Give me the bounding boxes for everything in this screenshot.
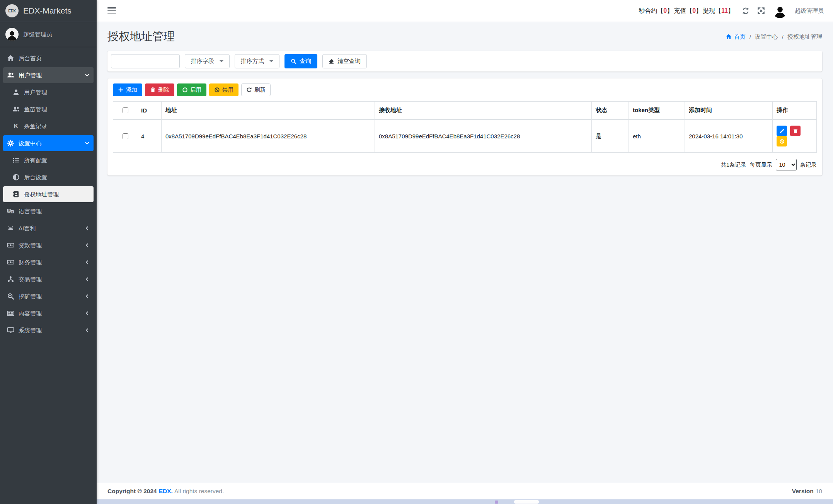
money-bill-icon — [7, 259, 14, 266]
taskbar-dot — [495, 501, 498, 504]
top-username[interactable]: 超级管理员 — [795, 7, 824, 15]
breadcrumb-separator: / — [750, 34, 751, 40]
sidebar-subitem-kill-records[interactable]: K 杀鱼记录 — [3, 118, 94, 134]
sidebar-item-content-management[interactable]: 内容管理 — [3, 305, 94, 321]
pagination-per-page-suffix: 条记录 — [800, 161, 817, 169]
sidebar-item-label: 交易管理 — [19, 275, 42, 283]
sidebar-item-label: 鱼苗管理 — [24, 105, 47, 113]
query-button[interactable]: 查询 — [284, 54, 317, 68]
sidebar-item-label: AI套利 — [19, 224, 36, 232]
user-avatar-icon[interactable] — [773, 4, 787, 18]
home-icon — [726, 34, 732, 40]
sort-field-dropdown[interactable]: 排序字段 — [185, 54, 230, 68]
per-page-select[interactable]: 10 — [776, 159, 797, 170]
sort-order-dropdown[interactable]: 排序方式 — [235, 54, 279, 68]
search-minus-icon — [7, 293, 14, 300]
counter-deposit: 充值【0】 — [674, 7, 702, 15]
sidebar-item-user-management[interactable]: 用户管理 — [3, 67, 94, 83]
users-icon — [12, 106, 20, 113]
fullscreen-icon[interactable] — [757, 7, 765, 15]
money-bill-icon — [7, 242, 14, 249]
row-edit-button[interactable] — [777, 126, 787, 136]
pagination: 共1条记录 每页显示 10 条记录 — [113, 159, 817, 170]
refresh-button[interactable]: 刷新 — [241, 83, 271, 96]
footer-brand-link[interactable]: EDX. — [159, 488, 173, 494]
sidebar-item-label: 后台设置 — [24, 173, 47, 181]
row-delete-button[interactable] — [790, 126, 801, 136]
sidebar-item-label: 所有配置 — [24, 156, 47, 164]
user-avatar-icon — [5, 28, 19, 41]
list-icon — [12, 157, 20, 164]
sidebar-item-label: 贷款管理 — [19, 241, 42, 249]
sidebar-item-ai-arbitrage[interactable]: AI套利 — [3, 220, 94, 236]
data-table: ID 地址 接收地址 状态 token类型 添加时间 操作 4 — [113, 101, 817, 153]
sidebar-item-label: 设置中心 — [19, 139, 42, 147]
sitemap-icon — [7, 276, 14, 283]
pagination-total: 共1条记录 — [721, 161, 746, 169]
cogs-icon — [7, 140, 14, 147]
sidebar-subitem-users[interactable]: 用户管理 — [3, 84, 94, 100]
home-icon — [7, 54, 14, 62]
col-header-added-time: 添加时间 — [685, 102, 773, 120]
sidebar-subitem-all-configs[interactable]: 所有配置 — [3, 152, 94, 168]
sidebar-item-loan-management[interactable]: 贷款管理 — [3, 237, 94, 253]
sidebar-subitem-fry-management[interactable]: 鱼苗管理 — [3, 101, 94, 117]
cell-token-type: eth — [629, 119, 685, 153]
svg-text:K: K — [14, 123, 19, 129]
footer-version-value: 10 — [816, 488, 822, 494]
sidebar-toggle-icon[interactable] — [107, 7, 116, 14]
eraser-icon — [329, 58, 334, 64]
redo-icon — [246, 87, 252, 93]
search-input[interactable] — [111, 54, 180, 68]
user-panel[interactable]: 超级管理员 — [0, 22, 97, 47]
breadcrumb-home-link[interactable]: 首页 — [726, 33, 746, 41]
refresh-icon[interactable] — [742, 7, 750, 15]
footer: Copyright © 2024EDX.All rights reserved.… — [97, 483, 833, 499]
sidebar-item-language-management[interactable]: A文 语言管理 — [3, 203, 94, 219]
sidebar-item-trade-management[interactable]: 交易管理 — [3, 271, 94, 287]
enable-button[interactable]: 启用 — [177, 83, 206, 96]
sidebar-item-label: 内容管理 — [19, 309, 42, 317]
status-counters[interactable]: 秒合约【0】 充值【0】 提现【11】 — [639, 7, 734, 15]
sidebar-item-label: 挖矿管理 — [19, 292, 42, 300]
sidebar-item-settings-center[interactable]: 设置中心 — [3, 135, 94, 151]
cell-address: 0x8A51709D99eEdFfBAC4Eb8Ea3F1d41C032E26c… — [162, 119, 375, 153]
counter-value: 0 — [692, 7, 696, 14]
row-checkbox[interactable] — [123, 133, 128, 139]
clear-query-button[interactable]: 清空查询 — [322, 54, 367, 68]
breadcrumb-current: 授权地址管理 — [787, 33, 822, 41]
sidebar-item-label: 语言管理 — [19, 207, 42, 215]
chevron-left-icon — [85, 277, 90, 282]
sidebar-item-system-management[interactable]: 系统管理 — [3, 322, 94, 338]
chevron-left-icon — [85, 226, 90, 231]
brand[interactable]: EDX EDX-Markets — [0, 0, 97, 22]
sidebar-subitem-backend-settings[interactable]: 后台设置 — [3, 169, 94, 185]
counter-value: 11 — [721, 7, 728, 14]
sidebar-item-label: 财务管理 — [19, 258, 42, 266]
plus-icon — [118, 87, 124, 93]
breadcrumb: 首页 / 设置中心 / 授权地址管理 — [726, 33, 822, 41]
svg-text:A: A — [8, 209, 10, 212]
footer-copyright: Copyright © 2024 — [107, 488, 157, 494]
content-wrapper: 授权地址管理 首页 / 设置中心 / 授权地址管理 排序字段 — [97, 22, 833, 483]
caret-down-icon — [220, 60, 223, 62]
row-ban-button[interactable] — [777, 136, 787, 146]
sidebar-item-dashboard[interactable]: 后台首页 — [3, 50, 94, 66]
sidebar-item-finance-management[interactable]: 财务管理 — [3, 254, 94, 270]
top-navbar: 秒合约【0】 充值【0】 提现【11】 超级管理员 — [97, 0, 833, 22]
brand-name: EDX-Markets — [23, 6, 72, 15]
disable-button[interactable]: 禁用 — [209, 83, 238, 96]
add-button[interactable]: 添加 — [113, 83, 142, 96]
delete-button[interactable]: 删除 — [145, 83, 174, 96]
circle-icon — [182, 87, 188, 93]
sidebar-item-mining-management[interactable]: 挖矿管理 — [3, 288, 94, 304]
desktop-icon — [7, 327, 14, 334]
col-header-token-type: token类型 — [629, 102, 685, 120]
select-all-checkbox[interactable] — [123, 107, 128, 113]
sidebar-item-label: 用户管理 — [24, 88, 47, 96]
sidebar-item-label: 授权地址管理 — [24, 190, 59, 198]
ban-icon — [214, 87, 220, 93]
sidebar-subitem-authorized-address[interactable]: 授权地址管理 — [3, 186, 94, 202]
sidebar: EDX EDX-Markets 超级管理员 后台首页 用户管理 — [0, 0, 97, 504]
language-icon: A文 — [7, 208, 14, 215]
